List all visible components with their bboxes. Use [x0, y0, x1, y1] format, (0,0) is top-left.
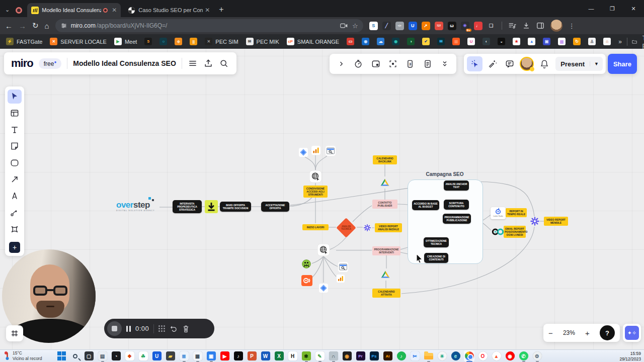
- frame-tool-icon[interactable]: [6, 325, 23, 341]
- address-bar[interactable]: miro.com/app/board/uXjVN-IlG6Q=/ ☆: [55, 19, 363, 32]
- media-controls-icon[interactable]: [508, 22, 516, 30]
- bookmark-icon[interactable]: ⌂: [603, 38, 611, 45]
- plan-badge[interactable]: free●: [39, 58, 62, 69]
- tab-capture-icon[interactable]: [340, 23, 348, 29]
- screen-record-icon[interactable]: [368, 56, 383, 71]
- extension-spiral-icon[interactable]: ✳9+: [461, 22, 469, 30]
- extension-red-j-icon[interactable]: ♩: [474, 22, 482, 30]
- bookmark-icon[interactable]: ◒: [498, 38, 505, 45]
- taskbar-brave-icon[interactable]: ▲: [491, 350, 502, 361]
- globe-icon[interactable]: [317, 244, 330, 256]
- close-button[interactable]: ✕: [623, 0, 644, 17]
- node-contatto-publisher[interactable]: CONTATTO PUBLISHER: [372, 200, 397, 209]
- bookmarks-overflow-icon[interactable]: »: [618, 38, 622, 45]
- extension-red-pot-icon[interactable]: 727: [435, 22, 443, 30]
- extension-stylus-icon[interactable]: S: [369, 22, 378, 30]
- node-programmazione-pubblicazione[interactable]: PROGRAMMAZIONE PUBBLICAZIONE: [443, 214, 471, 224]
- bookmark-icon[interactable]: ▦: [452, 38, 460, 45]
- node-report-in-tempo-reale[interactable]: REPORT IN TEMPO REALE: [506, 208, 527, 217]
- taskbar-screaming-frog-icon[interactable]: ✱: [301, 350, 311, 361]
- bookmark-icon[interactable]: U: [467, 38, 475, 45]
- taskbar-whatsapp-icon[interactable]: ✆: [518, 350, 529, 361]
- taskbar-evernote-icon[interactable]: ☘: [138, 350, 148, 361]
- taskbar-chrome-icon[interactable]: [464, 350, 474, 361]
- taskbar-audio-app-icon[interactable]: ◉: [342, 350, 352, 361]
- tab-search-chevron-icon[interactable]: ⌄: [5, 7, 10, 13]
- bookmark-icon[interactable]: 5: [144, 38, 152, 45]
- taskbar-search-icon[interactable]: [70, 350, 80, 361]
- node-creazione-di-contenuti[interactable]: CREAZIONE DI CONTENUTI: [424, 253, 448, 263]
- node-inizio-lavori[interactable]: INIZIO LAVORI: [302, 224, 329, 230]
- node-scrittura-contenuto[interactable]: SCRITTURA CONTENUTO: [444, 200, 469, 210]
- export-icon[interactable]: [203, 58, 213, 68]
- burst-icon[interactable]: [530, 216, 540, 226]
- globe-icon[interactable]: [309, 170, 321, 183]
- new-tab-button[interactable]: +: [219, 5, 223, 14]
- search-icon[interactable]: [219, 58, 229, 68]
- gtm-icon[interactable]: [299, 148, 308, 157]
- taskbar-opera-icon[interactable]: O: [477, 350, 488, 361]
- node-analisi-tecnica[interactable]: ANALISI TECNICA: [337, 218, 356, 237]
- bookmark-pec-mik[interactable]: ✉PEC MIK: [246, 38, 279, 45]
- bookmark-server-locale[interactable]: ✕SERVER LOCALE: [50, 38, 107, 45]
- bookmark-icon[interactable]: ◉: [362, 38, 369, 45]
- node-video-report-analisi-iniziale[interactable]: VIDEO REPORT ANALISI INIZIALE: [375, 223, 402, 232]
- user-avatar[interactable]: ⚡: [519, 56, 534, 71]
- focus-mode-icon[interactable]: [385, 56, 400, 71]
- node-calendario-backlink[interactable]: CALENDARIO BACKLINK: [373, 155, 397, 164]
- text-tool-icon[interactable]: [8, 123, 22, 137]
- gtm-icon[interactable]: [319, 284, 328, 293]
- bookmark-icon[interactable]: ◐: [482, 38, 490, 45]
- taskbar-explorer-icon[interactable]: [423, 350, 434, 361]
- zoom-in-icon[interactable]: +: [585, 329, 590, 337]
- taskbar-excel-icon[interactable]: X: [274, 350, 284, 361]
- extension-puzzle-icon[interactable]: ❑: [487, 22, 496, 30]
- node-intervista-propedeutica-strategica[interactable]: INTERVISTA PROPEDEUTICA STRATEGICA: [173, 200, 202, 213]
- taskbar-snipping-icon[interactable]: ✂: [410, 350, 420, 361]
- taskbar-clipboard-icon[interactable]: ▤: [97, 350, 108, 361]
- browser-profile-avatar[interactable]: [550, 20, 562, 32]
- burst-icon[interactable]: [363, 224, 371, 232]
- taskbar-notepad-icon[interactable]: ≣: [179, 350, 189, 361]
- select-tool-icon[interactable]: [8, 89, 22, 104]
- browser-tab-miro[interactable]: Modello Ideal Consulenza SEO ✕: [27, 3, 121, 17]
- bookmark-icon[interactable]: ▭: [347, 38, 354, 45]
- side-panel-icon[interactable]: [536, 22, 544, 30]
- bookmark-icon[interactable]: ☁: [377, 38, 384, 45]
- stop-recording-button[interactable]: [107, 321, 122, 336]
- infinity-icon[interactable]: [491, 228, 505, 236]
- main-menu-icon[interactable]: [188, 58, 198, 68]
- back-icon[interactable]: ←: [5, 22, 13, 30]
- taskbar-keepass-icon[interactable]: ∩: [328, 350, 339, 361]
- node-analisi-anchor-text[interactable]: ANALISI ANCHOR TEXT: [444, 180, 469, 191]
- forward-icon[interactable]: →: [19, 22, 26, 30]
- connector-tool-icon[interactable]: [8, 206, 22, 220]
- notifications-bell-icon[interactable]: [536, 56, 552, 71]
- download-icon[interactable]: [205, 200, 218, 213]
- sc-icon[interactable]: [338, 262, 348, 272]
- ai-assist-icon[interactable]: ✦✧: [625, 326, 639, 340]
- browser-menu-icon[interactable]: ⋮: [569, 22, 576, 30]
- taskbar-store-icon[interactable]: ▣: [206, 350, 216, 361]
- extension-analytics-icon[interactable]: ↗: [422, 22, 430, 30]
- taskbar-files-dark-icon[interactable]: ▢: [84, 350, 94, 361]
- zoom-out-icon[interactable]: −: [548, 329, 553, 337]
- restart-recording-icon[interactable]: [170, 325, 178, 333]
- collapse-chevron-icon[interactable]: [334, 56, 349, 71]
- reactions-icon[interactable]: [484, 56, 500, 71]
- taskbar-h-app-icon[interactable]: H: [287, 350, 298, 361]
- help-button[interactable]: ?: [600, 325, 615, 340]
- ga-icon[interactable]: [337, 275, 345, 283]
- document-icon[interactable]: [420, 56, 435, 71]
- comments-icon[interactable]: [502, 56, 517, 71]
- bookmark-icon[interactable]: ◑: [407, 38, 415, 45]
- bookmark-icon[interactable]: ✔: [422, 38, 430, 45]
- taskbar-settings-icon[interactable]: ⚙: [532, 350, 542, 361]
- taskbar-chatgpt-icon[interactable]: ✳: [437, 350, 447, 361]
- ga-icon[interactable]: [311, 146, 320, 155]
- taskbar-clock[interactable]: 15:59 29/12/2023: [619, 351, 641, 361]
- taskbar-start-icon[interactable]: [56, 350, 67, 361]
- bookmark-icon[interactable]: ✉: [437, 38, 445, 45]
- templates-tool-icon[interactable]: [8, 106, 22, 120]
- semrush-icon[interactable]: [301, 275, 312, 286]
